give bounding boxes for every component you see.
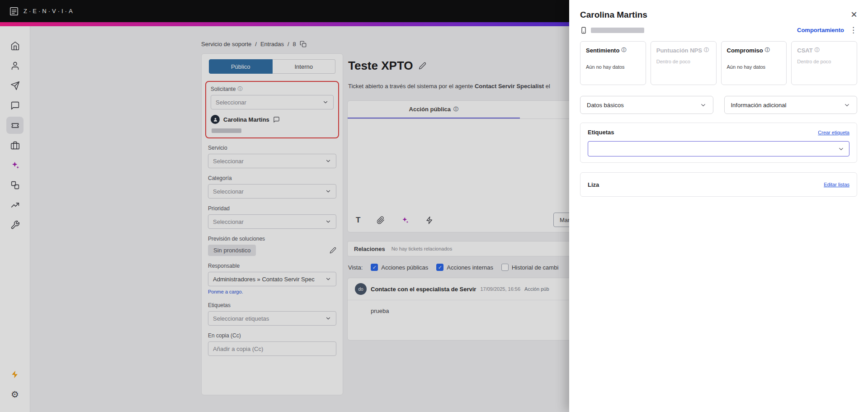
tags-title: Etiquetas: [588, 129, 614, 136]
app-root: Z·E·N·V·I·A: [0, 0, 868, 412]
contact-tags-card: Etiquetas Crear etiqueta: [580, 123, 857, 163]
additional-info-dropdown[interactable]: Información adicional: [724, 96, 858, 114]
behavior-link[interactable]: Comportamiento: [797, 27, 844, 33]
lists-title: Liza: [588, 181, 599, 188]
phone-icon: [580, 27, 587, 34]
close-icon[interactable]: ×: [851, 10, 857, 19]
contact-sections-row: Datos básicos Información adicional: [580, 96, 857, 114]
contact-name-title: Carolina Martins: [580, 10, 647, 20]
chevron-down-icon: [844, 102, 850, 109]
chevron-down-icon: [838, 146, 844, 152]
kebab-menu-icon[interactable]: ⋮: [849, 26, 857, 34]
create-tag-link[interactable]: Crear etiqueta: [818, 130, 849, 135]
info-icon: ⓘ: [704, 47, 709, 53]
edit-lists-link[interactable]: Editar listas: [824, 182, 849, 187]
chevron-down-icon: [700, 102, 707, 109]
metric-sentimiento: Sentimientoⓘ Aún no hay datos: [580, 41, 646, 85]
info-icon: ⓘ: [765, 47, 770, 53]
metric-compromiso: Compromisoⓘ Aún no hay datos: [721, 41, 787, 85]
tags-select[interactable]: [588, 141, 849, 156]
basic-data-dropdown[interactable]: Datos básicos: [580, 96, 713, 114]
contact-drawer: Carolina Martins × Comportamiento ⋮ Sent…: [569, 0, 868, 412]
metric-csat: CSATⓘ Dentro de poco: [791, 41, 857, 85]
contact-summary-row: Comportamiento ⋮: [580, 26, 857, 34]
contact-metrics: Sentimientoⓘ Aún no hay datos Puntuación…: [580, 41, 857, 85]
redacted-phone-number: [591, 28, 644, 33]
metric-nps: Puntuación NPSⓘ Dentro de poco: [651, 41, 717, 85]
info-icon: ⓘ: [621, 47, 626, 53]
info-icon: ⓘ: [815, 47, 820, 53]
contact-lists-card: Liza Editar listas: [580, 172, 857, 197]
